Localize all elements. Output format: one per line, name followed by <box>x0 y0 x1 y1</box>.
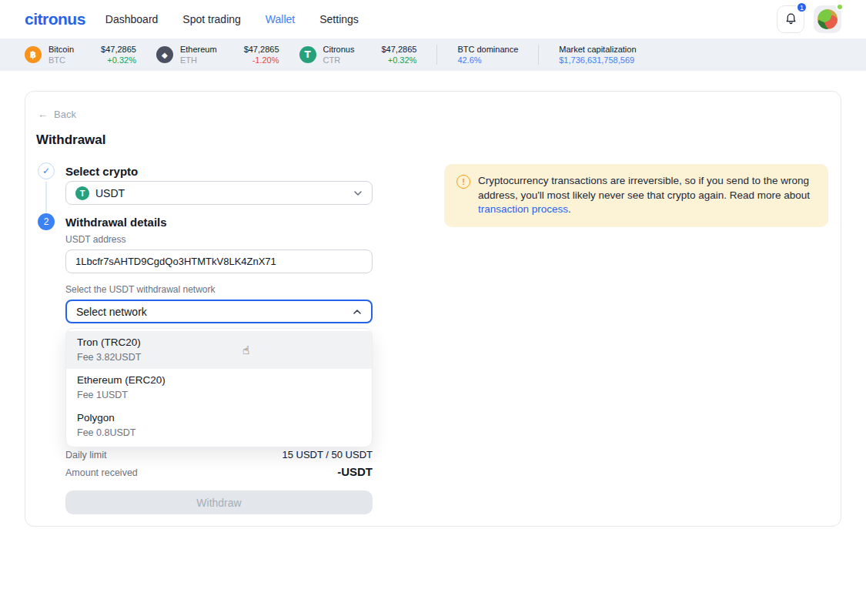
summary-label: Amount received <box>65 467 138 478</box>
coin-symbol: ETH <box>180 55 217 65</box>
summary-row-amount-received: Amount received -USDT <box>65 465 373 478</box>
stat-value: $1,736,631,758,569 <box>559 55 636 65</box>
step-number: 2 <box>38 213 55 230</box>
ticker-bitcoin: ฿ Bitcoin BTC $47,2865 +0.32% <box>25 44 136 66</box>
option-fee: Fee 3.82USDT <box>77 351 361 364</box>
coin-symbol: CTR <box>323 55 355 65</box>
summary-row-daily-limit: Daily limit 15 USDT / 50 USDT <box>65 449 373 460</box>
step-connector-line <box>45 182 47 213</box>
step-label: Withdrawal details <box>65 216 167 229</box>
option-fee: Fee 1USDT <box>77 389 361 402</box>
avatar-image <box>818 9 838 29</box>
transaction-process-link[interactable]: transaction process <box>478 203 568 215</box>
notification-badge: 1 <box>796 2 807 13</box>
warning-icon: ! <box>456 175 470 189</box>
step-done-check-icon: ✓ <box>38 162 55 179</box>
irreversible-warning-notice: ! Cryptocurrency transactions are irreve… <box>444 164 828 227</box>
coin-change: +0.32% <box>101 55 136 65</box>
step-withdrawal-details: 2 Withdrawal details <box>38 213 167 230</box>
bitcoin-icon: ฿ <box>25 46 42 63</box>
nav-item-wallet[interactable]: Wallet <box>266 13 295 25</box>
coin-symbol: BTC <box>48 55 74 65</box>
back-arrow-icon: ← <box>38 109 48 120</box>
nav-item-spot-trading[interactable]: Spot trading <box>182 13 241 25</box>
coin-price: $47,2865 <box>101 44 136 55</box>
network-option-polygon[interactable]: Polygon Fee 0.8USDT <box>66 407 372 444</box>
coin-change: +0.32% <box>381 55 416 65</box>
market-ticker-bar: ฿ Bitcoin BTC $47,2865 +0.32% ◆ Ethereum… <box>0 38 866 71</box>
chevron-down-icon <box>353 190 363 196</box>
notifications-button[interactable]: 1 <box>777 5 804 33</box>
option-name: Tron (TRC20) <box>77 336 361 350</box>
nav-item-dashboard[interactable]: Dashboard <box>105 13 159 25</box>
online-status-dot <box>836 3 844 11</box>
user-avatar[interactable] <box>814 5 841 33</box>
top-navbar: citronus Dashboard Spot trading Wallet S… <box>0 0 866 38</box>
network-select[interactable]: Select network <box>65 300 373 323</box>
usdt-icon: T <box>75 186 89 200</box>
brand-logo[interactable]: citronus <box>25 10 85 28</box>
option-name: Ethereum (ERC20) <box>77 373 361 387</box>
stat-value: 42.6% <box>457 55 518 65</box>
withdraw-button[interactable]: Withdraw <box>65 490 373 514</box>
coin-name: Citronus <box>323 44 355 55</box>
address-label: USDT address <box>65 234 373 245</box>
network-dropdown: Tron (TRC20) Fee 3.82USDT Ethereum (ERC2… <box>65 328 373 447</box>
citronus-icon: T <box>299 46 316 63</box>
bell-icon <box>784 12 797 28</box>
ticker-divider <box>538 45 539 65</box>
nav-right: 1 <box>777 5 841 33</box>
summary-value: 15 USDT / 50 USDT <box>282 449 373 460</box>
notice-text-before: Cryptocurrency transactions are irrevers… <box>478 175 810 201</box>
withdrawal-card: ← Back Withdrawal ✓ Select crypto T USDT… <box>25 91 841 527</box>
main-nav: Dashboard Spot trading Wallet Settings <box>105 13 359 25</box>
network-option-tron[interactable]: Tron (TRC20) Fee 3.82USDT <box>66 331 372 369</box>
back-link[interactable]: ← Back <box>38 109 76 120</box>
crypto-select-value: USDT <box>95 187 125 199</box>
stat-label: BTC dominance <box>457 44 518 55</box>
chevron-up-icon <box>353 309 362 315</box>
usdt-address-input[interactable] <box>65 249 373 273</box>
option-fee: Fee 0.8USDT <box>77 427 361 440</box>
cursor-pointer-icon: ☝ <box>242 343 249 357</box>
withdrawal-form: USDT address Select the USDT withdrawal … <box>65 234 373 514</box>
coin-name: Ethereum <box>180 44 217 55</box>
page-title: Withdrawal <box>36 132 106 148</box>
step-select-crypto: ✓ Select crypto <box>38 162 138 179</box>
nav-item-settings[interactable]: Settings <box>319 13 359 25</box>
ethereum-icon: ◆ <box>156 46 173 63</box>
btc-dominance-stat: BTC dominance 42.6% <box>457 44 518 66</box>
step-label: Select crypto <box>65 165 138 178</box>
network-select-value: Select network <box>76 306 147 318</box>
ticker-divider <box>436 45 437 65</box>
coin-price: $47,2865 <box>244 44 279 55</box>
crypto-select[interactable]: T USDT <box>65 181 373 205</box>
coin-name: Bitcoin <box>48 44 74 55</box>
summary-value: -USDT <box>337 465 373 478</box>
network-option-ethereum[interactable]: Ethereum (ERC20) Fee 1USDT <box>66 369 372 407</box>
notice-text-after: . <box>568 203 571 215</box>
ticker-citronus: T Citronus CTR $47,2865 +0.32% <box>299 44 417 66</box>
notice-text: Cryptocurrency transactions are irrevers… <box>478 174 816 217</box>
back-label: Back <box>54 109 76 120</box>
summary-label: Daily limit <box>65 450 106 460</box>
coin-price: $47,2865 <box>381 44 416 55</box>
market-cap-stat: Market capitalization $1,736,631,758,569 <box>559 44 636 66</box>
ticker-ethereum: ◆ Ethereum ETH $47,2865 -1.20% <box>156 44 279 66</box>
option-name: Polygon <box>77 411 361 425</box>
coin-change: -1.20% <box>244 55 279 65</box>
stat-label: Market capitalization <box>559 44 636 55</box>
network-label: Select the USDT withdrawal network <box>65 284 373 295</box>
